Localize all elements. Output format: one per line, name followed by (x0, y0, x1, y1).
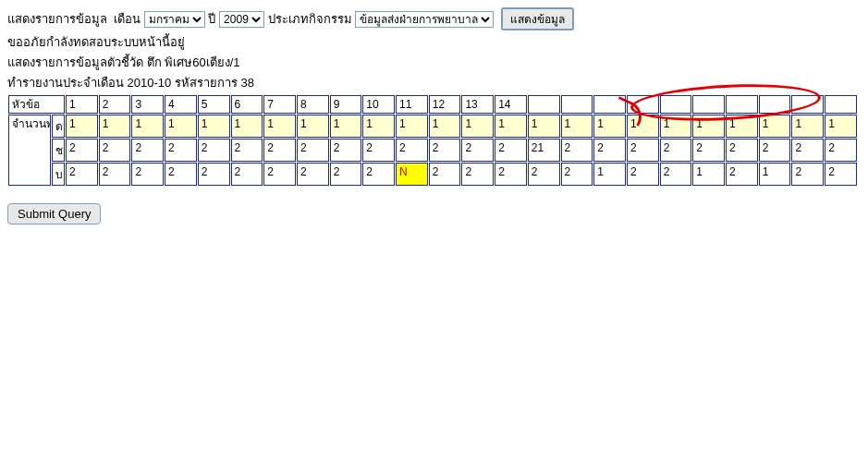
cell[interactable]: 1 (528, 115, 560, 138)
cell[interactable]: 2 (263, 163, 296, 186)
cell[interactable]: 2 (726, 163, 758, 186)
label-year: ปี (208, 12, 215, 26)
cell[interactable]: 1 (165, 115, 197, 138)
cell[interactable]: 1 (330, 115, 362, 138)
cell[interactable]: 2 (791, 139, 824, 162)
cell[interactable]: 1 (593, 115, 626, 138)
cell[interactable]: 2 (297, 139, 329, 162)
col-header-18 (627, 95, 659, 114)
cell[interactable]: 1 (759, 115, 791, 138)
activity-select[interactable]: ข้อมูลส่งฝ่ายการพยาบาล (355, 11, 494, 28)
cell[interactable]: 1 (131, 115, 164, 138)
cell[interactable]: 1 (495, 115, 527, 138)
cell[interactable]: 2 (330, 139, 362, 162)
cell[interactable]: 2 (165, 163, 197, 186)
cell[interactable]: 2 (627, 163, 659, 186)
cell[interactable]: 2 (660, 139, 692, 162)
cell[interactable]: 1 (561, 115, 593, 138)
col-header-5: 5 (198, 95, 230, 114)
cell[interactable]: 1 (593, 163, 626, 186)
cell[interactable]: 2 (692, 139, 725, 162)
cell[interactable]: 1 (99, 115, 131, 138)
cell[interactable]: N (396, 163, 428, 186)
col-header-15 (528, 95, 560, 114)
row-label: จำนวนพยาบาลวิชาชีพในเวร (ไม่รวมหัวหน้าตึ… (8, 115, 51, 186)
cell[interactable]: 2 (396, 139, 428, 162)
cell[interactable]: 2 (528, 163, 560, 186)
cell[interactable]: 2 (627, 139, 659, 162)
cell[interactable]: 2 (660, 163, 692, 186)
cell[interactable]: 2 (198, 139, 230, 162)
submit-query-button[interactable]: Submit Query (7, 203, 101, 224)
col-header-19 (660, 95, 692, 114)
cell[interactable]: 2 (66, 163, 98, 186)
cell[interactable]: 2 (561, 139, 593, 162)
label-show-list: แสดงรายการข้อมูล (7, 12, 107, 26)
cell[interactable]: 2 (362, 163, 395, 186)
cell[interactable]: 2 (99, 139, 131, 162)
cell[interactable]: 2 (593, 139, 626, 162)
cell[interactable]: 2 (791, 163, 824, 186)
cell[interactable]: 2 (231, 163, 263, 186)
cell[interactable]: 2 (495, 163, 527, 186)
cell[interactable]: 1 (362, 115, 395, 138)
cell[interactable]: 1 (692, 115, 725, 138)
cell[interactable]: 2 (330, 163, 362, 186)
col-header-21 (726, 95, 758, 114)
cell[interactable]: 2 (131, 163, 164, 186)
cell[interactable]: 1 (297, 115, 329, 138)
label-month: เดือน (114, 12, 141, 26)
data-table: หัวข้อ1234567891011121314จำนวนพยาบาลวิชา… (7, 94, 858, 187)
col-header-4: 4 (165, 95, 197, 114)
cell[interactable]: 1 (726, 115, 758, 138)
cell[interactable]: 2 (759, 139, 791, 162)
cell[interactable]: 2 (825, 139, 857, 162)
cell[interactable]: 1 (429, 115, 461, 138)
cell[interactable]: 2 (461, 163, 494, 186)
cell[interactable]: 1 (660, 115, 692, 138)
cell[interactable]: 2 (66, 139, 98, 162)
cell[interactable]: 2 (231, 139, 263, 162)
cell[interactable]: 2 (561, 163, 593, 186)
cell[interactable]: 1 (396, 115, 428, 138)
col-header-6: 6 (231, 95, 263, 114)
cell[interactable]: 1 (825, 115, 857, 138)
col-header-23 (791, 95, 824, 114)
col-header-22 (759, 95, 791, 114)
year-select[interactable]: 2009 (219, 11, 264, 28)
cell[interactable]: 2 (165, 139, 197, 162)
cell[interactable]: 2 (825, 163, 857, 186)
col-header-10: 10 (362, 95, 395, 114)
show-data-button[interactable]: แสดงข้อมูล (501, 7, 574, 30)
cell[interactable]: 1 (66, 115, 98, 138)
cell[interactable]: 1 (461, 115, 494, 138)
cell[interactable]: 2 (726, 139, 758, 162)
col-header-24 (825, 95, 857, 114)
cell[interactable]: 2 (297, 163, 329, 186)
cell[interactable]: 2 (198, 163, 230, 186)
cell[interactable]: 2 (429, 163, 461, 186)
cell[interactable]: 21 (528, 139, 560, 162)
col-header-16 (561, 95, 593, 114)
col-header-1: 1 (66, 95, 98, 114)
month-select[interactable]: มกราคม (144, 11, 205, 28)
col-header-12: 12 (429, 95, 461, 114)
cell[interactable]: 2 (131, 139, 164, 162)
col-header-9: 9 (330, 95, 362, 114)
cell[interactable]: 2 (461, 139, 494, 162)
cell[interactable]: 1 (231, 115, 263, 138)
col-header-17 (593, 95, 626, 114)
cell[interactable]: 1 (791, 115, 824, 138)
cell[interactable]: 2 (263, 139, 296, 162)
cell[interactable]: 1 (692, 163, 725, 186)
cell[interactable]: 1 (263, 115, 296, 138)
cell[interactable]: 2 (495, 139, 527, 162)
cell[interactable]: 1 (759, 163, 791, 186)
cell[interactable]: 1 (198, 115, 230, 138)
cell[interactable]: 2 (429, 139, 461, 162)
cell[interactable]: 1 (627, 115, 659, 138)
cell[interactable]: 2 (99, 163, 131, 186)
info-line-2: แสดงรายการข้อมูลตัวชี้วัด ตึก พิเศษ60เตี… (7, 53, 861, 72)
cell[interactable]: 2 (362, 139, 395, 162)
col-header-13: 13 (461, 95, 494, 114)
